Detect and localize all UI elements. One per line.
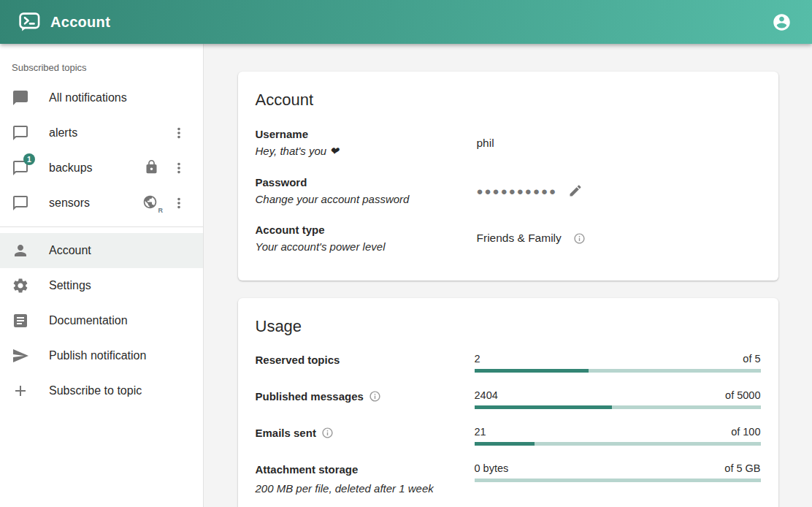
password-masked-value: ●●●●●●●●●●: [477, 186, 558, 197]
more-vert-icon[interactable]: [166, 121, 191, 145]
info-icon[interactable]: [321, 427, 334, 439]
published-messages-row: Published messages 2404 of 5000: [256, 389, 761, 409]
more-vert-icon[interactable]: [166, 191, 191, 216]
username-subtitle: Hey, that's you ❤: [256, 145, 477, 158]
nav-label: Settings: [49, 279, 91, 292]
chat-bubble-filled-icon: [12, 89, 29, 107]
gear-icon: [12, 277, 29, 294]
topic-label: All notifications: [49, 91, 127, 104]
published-messages-value: 2404: [475, 389, 498, 401]
sidebar: Subscribed topics All notifications aler…: [0, 44, 204, 507]
ntfy-terminal-logo-icon: [19, 12, 40, 32]
published-messages-limit: of 5000: [725, 389, 760, 401]
info-icon[interactable]: [573, 232, 586, 245]
reserved-topics-limit: of 5: [743, 353, 760, 365]
sidebar-item-account[interactable]: Account: [0, 233, 203, 268]
account-type-value: Friends & Family: [477, 232, 562, 245]
edit-pencil-icon[interactable]: [564, 179, 587, 202]
account-card-title: Account: [256, 91, 761, 110]
account-type-label: Account type: [256, 224, 477, 236]
nav-label: Documentation: [49, 314, 128, 327]
globe-reserved-icon: R: [142, 194, 161, 212]
more-vert-icon[interactable]: [166, 156, 191, 180]
info-icon[interactable]: [369, 390, 381, 403]
attachment-storage-value: 0 bytes: [475, 462, 509, 474]
attachment-storage-limit: of 5 GB: [724, 462, 760, 474]
emails-sent-label: Emails sent: [256, 427, 316, 439]
username-row: Username Hey, that's you ❤ phil: [256, 128, 761, 158]
published-messages-label: Published messages: [256, 390, 364, 403]
sidebar-item-alerts[interactable]: alerts: [0, 115, 203, 150]
usage-card-title: Usage: [256, 317, 761, 336]
page-title: Account: [50, 14, 110, 31]
account-circle-icon[interactable]: [767, 8, 796, 37]
topic-label: alerts: [49, 126, 77, 140]
username-label: Username: [256, 128, 477, 140]
username-value: phil: [477, 137, 494, 150]
chat-bubble-outline-icon: [12, 124, 29, 142]
sidebar-item-all-notifications[interactable]: All notifications: [0, 80, 203, 115]
reserved-topics-label: Reserved topics: [256, 354, 340, 366]
sidebar-item-documentation[interactable]: Documentation: [0, 303, 203, 338]
attachment-storage-subtitle: 200 MB per file, deleted after 1 week: [256, 482, 475, 495]
person-icon: [12, 242, 29, 259]
reserved-topics-row: Reserved topics 2 of 5: [256, 353, 761, 373]
password-label: Password: [256, 176, 477, 188]
sidebar-item-backups[interactable]: 1 backups: [0, 150, 203, 186]
nav-label: Account: [49, 244, 91, 257]
progress-bar: [475, 405, 761, 409]
progress-bar: [475, 442, 761, 446]
plus-icon: [12, 382, 29, 400]
emails-sent-row: Emails sent 21 of 100: [256, 426, 761, 446]
sidebar-item-sensors[interactable]: sensors R: [0, 186, 203, 221]
emails-sent-limit: of 100: [731, 426, 760, 438]
send-icon: [12, 347, 29, 365]
password-row: Password Change your account password ●●…: [256, 176, 761, 205]
sidebar-item-subscribe-to-topic[interactable]: Subscribe to topic: [0, 373, 203, 408]
main-content: Account Username Hey, that's you ❤ phil …: [204, 44, 812, 507]
progress-bar: [475, 369, 761, 373]
topic-label: backups: [49, 161, 93, 175]
app-bar: Account: [0, 0, 812, 44]
progress-bar: [475, 479, 761, 482]
attachment-storage-row: Attachment storage 200 MB per file, dele…: [256, 462, 761, 495]
sidebar-item-settings[interactable]: Settings: [0, 268, 203, 303]
topic-label: sensors: [49, 197, 90, 210]
account-type-row: Account type Your account's power level …: [256, 224, 761, 253]
sidebar-divider: [0, 226, 203, 227]
chat-bubble-outline-icon: [12, 194, 29, 212]
password-subtitle: Change your account password: [256, 193, 477, 205]
account-card: Account Username Hey, that's you ❤ phil …: [238, 72, 778, 281]
lock-icon: [144, 159, 161, 177]
nav-label: Publish notification: [49, 349, 146, 362]
subscribed-topics-heading: Subscribed topics: [0, 44, 203, 80]
article-icon: [12, 312, 29, 329]
nav-label: Subscribe to topic: [49, 384, 142, 397]
unread-count-badge: 1: [23, 153, 35, 165]
reserved-topics-value: 2: [475, 353, 480, 365]
sidebar-item-publish-notification[interactable]: Publish notification: [0, 338, 203, 373]
emails-sent-value: 21: [475, 426, 486, 438]
reserved-subscript: R: [158, 207, 164, 214]
attachment-storage-label: Attachment storage: [256, 463, 359, 476]
account-type-subtitle: Your account's power level: [256, 240, 477, 253]
usage-card: Usage Reserved topics 2 of 5 Published m…: [238, 298, 778, 507]
chat-bubble-outline-icon: 1: [12, 159, 29, 177]
